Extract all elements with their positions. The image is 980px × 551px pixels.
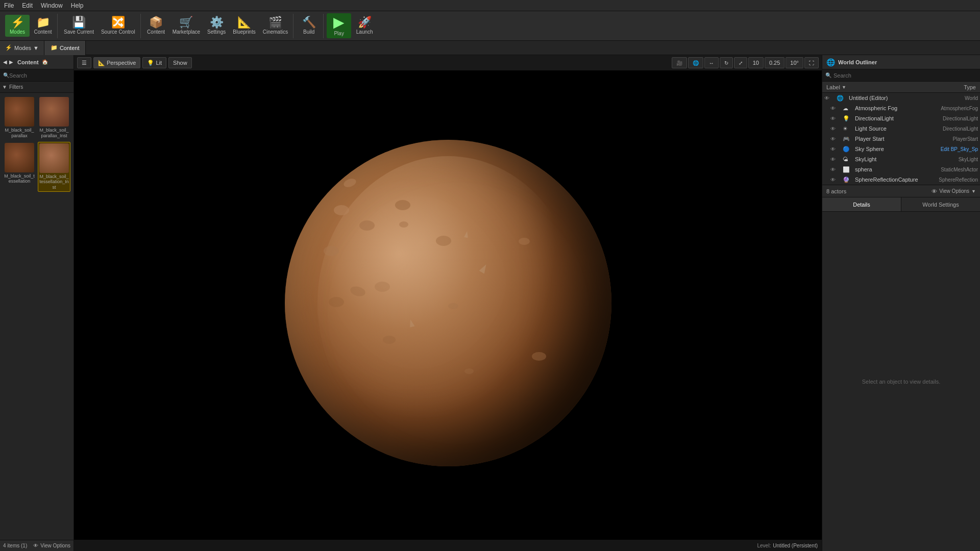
wo-name-dir: DirectionalLight xyxy=(855,115,943,121)
tab-world-settings[interactable]: World Settings xyxy=(901,197,980,211)
source-control-button[interactable]: 🔀 Source Control xyxy=(98,15,138,37)
content-browser-label: Content xyxy=(147,29,165,35)
wo-name-sphera: sphera xyxy=(855,166,941,172)
content-browser-icon: 📦 xyxy=(149,17,163,28)
wo-vis-skylight: 👁 xyxy=(830,157,843,162)
save-source-group: 💾 Save Current 🔀 Source Control xyxy=(59,14,141,38)
modes-button[interactable]: ⚡ Modes xyxy=(5,15,30,37)
blueprints-icon: 📐 xyxy=(237,17,251,28)
menu-bar: File Edit Window Help xyxy=(0,0,980,11)
wo-row-sky-sphere[interactable]: 👁 🔵 Sky Sphere Edit BP_Sky_Sp xyxy=(822,144,980,154)
modes-content-group: ⚡ Modes 📁 Content xyxy=(3,14,58,38)
grid-size-label: 10 xyxy=(753,60,759,66)
menu-edit[interactable]: Edit xyxy=(22,2,33,9)
wo-row-atmos-fog[interactable]: 👁 ☁ Atmospheric Fog AtmosphericFog xyxy=(822,103,980,113)
actor-count-label: 8 actors xyxy=(826,188,846,194)
wo-col-type: Type xyxy=(964,84,976,90)
scale-value-btn[interactable]: 0.25 xyxy=(765,57,785,68)
wo-row-sphere-reflect[interactable]: 👁 🔮 SphereReflectionCapture SphereReflec… xyxy=(822,174,980,185)
grid-size-btn[interactable]: 10 xyxy=(748,57,764,68)
scale-btn[interactable]: ⤢ xyxy=(734,57,747,68)
launch-button[interactable]: 🚀 Launch xyxy=(352,15,377,37)
asset-img-1 xyxy=(5,97,34,127)
wo-view-options[interactable]: View Options xyxy=(939,188,969,194)
wo-row-player-start[interactable]: 👁 🎮 Player Start PlayerStart xyxy=(822,134,980,144)
wo-icon-untitled: 🌐 xyxy=(837,95,847,102)
content-icon: 📁 xyxy=(36,17,50,28)
asset-thumb-1[interactable]: M_black_soil_parallax xyxy=(3,96,36,140)
wo-search-input[interactable] xyxy=(834,72,977,79)
save-icon: 💾 xyxy=(72,17,86,28)
viewport-settings-btn[interactable]: 🌐 xyxy=(688,57,703,68)
lit-icon: 💡 xyxy=(147,60,154,66)
save-label: Save Current xyxy=(64,29,94,35)
wo-link-sky[interactable]: Edit BP_Sky_Sp xyxy=(941,146,978,152)
lit-button[interactable]: 💡 Lit xyxy=(142,57,166,68)
wo-icon-atmos: ☁ xyxy=(843,105,853,112)
viewport-right-tools: 🎥 🌐 ↔ ↻ ⤢ 10 0.25 10° ⛶ xyxy=(672,57,819,68)
menu-file[interactable]: File xyxy=(4,2,14,9)
perspective-button[interactable]: 📐 Perspective xyxy=(93,57,140,68)
tab-details[interactable]: Details xyxy=(822,197,901,211)
cinematics-button[interactable]: 🎬 Cinematics xyxy=(260,15,291,37)
build-icon: 🔨 xyxy=(302,17,316,28)
angle-btn[interactable]: 10° xyxy=(786,57,803,68)
nav-forward-icon[interactable]: ▶ xyxy=(9,59,13,65)
wo-icon-sphere-reflect: 🔮 xyxy=(843,177,853,183)
wo-name-atmos: Atmospheric Fog xyxy=(855,105,941,111)
cinematics-icon: 🎬 xyxy=(268,17,282,28)
play-button[interactable]: ▶ Play xyxy=(327,13,351,38)
launch-icon: 🚀 xyxy=(358,17,372,28)
wo-type-sphera: StaticMeshActor xyxy=(941,167,978,172)
marketplace-button[interactable]: 🛒 Marketplace xyxy=(169,15,203,37)
nav-back-icon[interactable]: ◀ xyxy=(3,59,7,65)
viewport: ☰ 📐 Perspective 💡 Lit Show 🎥 🌐 ↔ ↻ ⤢ 10 xyxy=(74,55,822,551)
rotate-btn[interactable]: ↻ xyxy=(720,57,733,68)
viewport-menu-btn[interactable]: ☰ xyxy=(77,57,91,68)
translate-btn[interactable]: ↔ xyxy=(704,57,719,68)
maximize-btn[interactable]: ⛶ xyxy=(804,57,819,68)
wo-row-skylight[interactable]: 👁 🌤 SkyLight SkyLight xyxy=(822,154,980,164)
show-button[interactable]: Show xyxy=(168,57,192,68)
settings-button[interactable]: ⚙️ Settings xyxy=(204,15,229,37)
content-search-input[interactable] xyxy=(9,72,70,79)
wo-vis-player: 👁 xyxy=(830,136,843,142)
content-button[interactable]: 📁 Content xyxy=(31,15,55,37)
blueprints-button[interactable]: 📐 Blueprints xyxy=(230,15,258,37)
scale-value-label: 0.25 xyxy=(769,60,780,66)
wo-col-label[interactable]: Label ▼ xyxy=(826,84,964,90)
save-button[interactable]: 💾 Save Current xyxy=(61,15,97,37)
search-icon: 🔍 xyxy=(3,72,9,78)
content-search-bar[interactable]: 🔍 xyxy=(0,69,74,82)
menu-help[interactable]: Help xyxy=(71,2,84,9)
camera-speed-btn[interactable]: 🎥 xyxy=(672,57,687,68)
wo-row-light-source[interactable]: 👁 ☀ Light Source DirectionalLight xyxy=(822,123,980,134)
world-outliner: 🌐 World Outliner 🔍 Label ▼ Type 👁 🌐 Unti… xyxy=(822,55,980,197)
content-browser-button[interactable]: 📦 Content xyxy=(144,15,168,37)
asset-thumb-3[interactable]: M_black_soil_tessellation xyxy=(3,142,36,192)
asset-img-4 xyxy=(39,143,69,173)
modes-tab[interactable]: ⚡ Modes ▼ xyxy=(0,41,44,55)
wo-icon-player: 🎮 xyxy=(843,136,853,142)
menu-window[interactable]: Window xyxy=(41,2,63,9)
asset-thumb-4[interactable]: M_black_soil_tessellation_Inst xyxy=(38,142,70,192)
build-button[interactable]: 🔨 Build xyxy=(297,15,321,37)
wo-search-icon: 🔍 xyxy=(825,72,831,78)
wo-row-untitled[interactable]: 👁 🌐 Untitled (Editor) World xyxy=(822,93,980,103)
wo-row-sphera[interactable]: 👁 ⬜ sphera StaticMeshActor xyxy=(822,164,980,174)
filter-label[interactable]: Filters xyxy=(9,84,23,90)
details-empty-message: Select an object to view details. xyxy=(862,379,940,385)
viewport-status-bar: Level: Untitled (Persistent) xyxy=(74,540,822,551)
world-outliner-search[interactable]: 🔍 xyxy=(822,69,980,82)
play-icon: ▶ xyxy=(333,15,345,30)
content-label: Content xyxy=(34,29,52,35)
perspective-icon: 📐 xyxy=(98,60,105,66)
content-path-home-icon[interactable]: 🏠 xyxy=(42,59,48,65)
wo-name-skylight: SkyLight xyxy=(855,156,959,162)
footer-view-options[interactable]: View Options xyxy=(40,543,70,548)
wo-row-directional-light[interactable]: 👁 💡 DirectionalLight DirectionalLight xyxy=(822,113,980,123)
content-tab[interactable]: 📁 Content xyxy=(44,41,86,55)
blueprints-label: Blueprints xyxy=(233,29,255,35)
asset-thumb-2[interactable]: M_black_soil_parallax_Inst xyxy=(38,96,70,140)
wo-icon-sky: 🔵 xyxy=(843,146,853,153)
